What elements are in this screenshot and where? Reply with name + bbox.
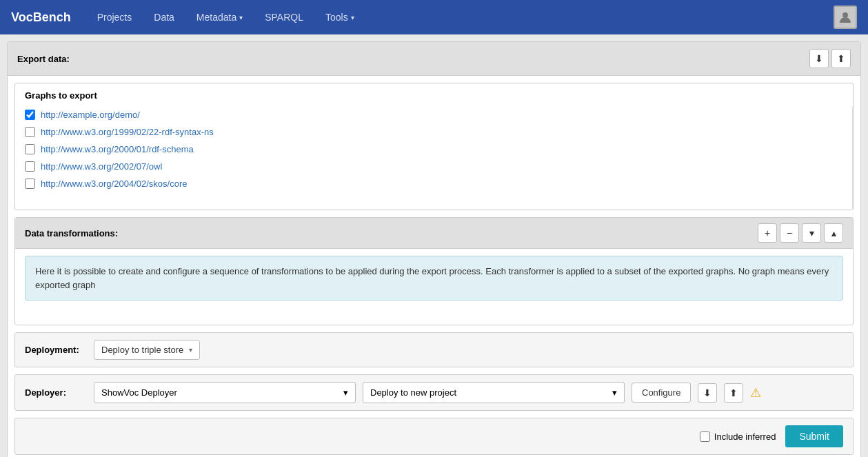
graph-url-1[interactable]: http://www.w3.org/1999/02/22-rdf-syntax-… [41,127,214,137]
project-option: Deploy to new project [370,387,456,398]
transformations-title: Data transformations: [25,228,118,238]
deployment-caret: ▾ [189,346,192,354]
graph-checkbox-3[interactable] [25,161,35,172]
nav-data[interactable]: Data [144,6,184,28]
configure-button[interactable]: Configure [632,383,691,403]
deployment-label: Deployment: [25,345,87,355]
nav-metadata[interactable]: Metadata ▾ [187,6,252,28]
deployment-dropdown[interactable]: Deploy to triple store ▾ [94,340,200,360]
graph-checkbox-4[interactable] [25,179,35,189]
nav-projects[interactable]: Projects [88,6,142,28]
transformations-info-text: Here it is possible to create and config… [35,266,829,290]
deployer-label: Deployer: [25,387,87,398]
deployment-option: Deploy to triple store [101,345,183,355]
project-select-caret: ▾ [612,387,617,398]
graph-item-1: http://www.w3.org/1999/02/22-rdf-syntax-… [25,123,842,141]
graph-checkbox-2[interactable] [25,144,35,154]
brand: VocBench [11,10,71,25]
transformations-info: Here it is possible to create and config… [25,256,843,301]
deployer-download-button[interactable]: ⬇ [698,383,717,403]
graph-url-3[interactable]: http://www.w3.org/2002/07/owl [41,161,162,172]
download-button[interactable]: ⬇ [809,49,829,68]
export-panel-header: Export data: ⬇ ⬆ [8,42,860,76]
export-panel-body: Graphs to export http://example.org/demo… [8,76,860,457]
move-down-button[interactable]: ▾ [802,223,821,243]
project-select[interactable]: Deploy to new project ▾ [363,382,625,403]
export-panel-title: Export data: [17,54,70,64]
transformations-actions: + − ▾ ▴ [758,223,843,243]
graph-checkbox-0[interactable] [25,110,35,120]
graph-item-4: http://www.w3.org/2004/02/skos/core [25,175,842,192]
transformations-body: Here it is possible to create and config… [15,249,853,325]
nav-items: Projects Data Metadata ▾ SPARQL Tools ▾ [88,6,834,28]
deployer-option: ShowVoc Deployer [101,387,177,398]
include-inferred-checkbox[interactable] [700,431,710,442]
deployment-row: Deployment: Deploy to triple store ▾ [25,340,843,360]
graphs-list[interactable]: http://example.org/demo/ http://www.w3.o… [15,106,853,210]
deployer-select-caret: ▾ [343,387,348,398]
graphs-section: Graphs to export http://example.org/demo… [14,83,854,210]
tools-caret: ▾ [351,14,354,21]
deployer-upload-button[interactable]: ⬆ [724,383,743,403]
warning-icon: ⚠ [750,385,761,400]
export-panel-actions: ⬇ ⬆ [809,49,851,68]
graph-item-0: http://example.org/demo/ [25,106,842,123]
submit-button[interactable]: Submit [785,425,843,447]
graph-checkbox-1[interactable] [25,127,35,137]
remove-transformation-button[interactable]: − [780,223,799,243]
include-inferred-group: Include inferred [700,431,776,442]
nav-tools[interactable]: Tools ▾ [316,6,364,28]
move-up-button[interactable]: ▴ [824,223,843,243]
avatar[interactable] [834,6,857,29]
upload-button[interactable]: ⬆ [831,49,851,68]
deployer-select[interactable]: ShowVoc Deployer ▾ [94,382,356,403]
metadata-caret: ▾ [239,14,243,21]
add-transformation-button[interactable]: + [758,223,777,243]
include-inferred-label: Include inferred [714,431,776,442]
nav-sparql[interactable]: SPARQL [255,6,313,28]
graph-url-4[interactable]: http://www.w3.org/2004/02/skos/core [41,179,187,189]
graph-item-2: http://www.w3.org/2000/01/rdf-schema [25,141,842,158]
graph-url-0[interactable]: http://example.org/demo/ [41,110,140,120]
deployer-row: Deployer: ShowVoc Deployer ▾ Deploy to n… [25,382,843,403]
graph-url-2[interactable]: http://www.w3.org/2000/01/rdf-schema [41,144,194,154]
deployment-section: Deployment: Deploy to triple store ▾ [14,332,854,367]
graphs-header: Graphs to export [15,83,853,106]
graph-item-3: http://www.w3.org/2002/07/owl [25,158,842,175]
export-panel: Export data: ⬇ ⬆ Graphs to export http:/… [7,41,861,457]
transformations-header: Data transformations: + − ▾ ▴ [15,218,853,249]
deployer-section: Deployer: ShowVoc Deployer ▾ Deploy to n… [14,374,854,411]
footer-section: Include inferred Submit [14,418,854,455]
svg-point-0 [842,12,848,18]
transformations-section: Data transformations: + − ▾ ▴ Here it is… [14,217,854,325]
navbar: VocBench Projects Data Metadata ▾ SPARQL… [0,0,868,34]
